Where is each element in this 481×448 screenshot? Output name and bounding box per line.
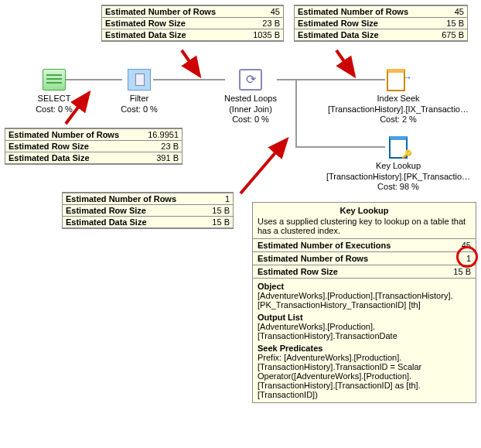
line-select-filter (66, 79, 122, 80)
operator-select[interactable]: SELECT Cost: 0 % (27, 69, 81, 115)
tooltip-key-lookup-detail: Key Lookup Uses a supplied clustering ke… (252, 202, 476, 403)
svg-line-3 (240, 139, 287, 193)
tooltip-estimates-filter: Estimated Number of Rows16.9951 Estimate… (5, 128, 183, 165)
select-icon (43, 69, 66, 91)
index-seek-icon (387, 69, 410, 91)
arrow-icon (178, 46, 209, 87)
key-lookup-icon (387, 136, 410, 158)
line-filter-loop (153, 79, 225, 80)
operator-index-seek[interactable]: Index Seek [TransactionHistory].[IX_Tran… (321, 69, 476, 125)
operator-filter[interactable]: Filter Cost: 0 % (112, 69, 166, 115)
tooltip-estimates-lookup: Estimated Number of Rows1 Estimated Row … (62, 192, 234, 229)
line-branch-lookup (295, 146, 385, 148)
operator-nested-loops[interactable]: Nested Loops (Inner Join) Cost: 0 % (212, 69, 289, 125)
svg-line-0 (182, 50, 200, 76)
highlight-circle-icon (456, 246, 478, 268)
arrow-icon (237, 132, 298, 203)
tooltip-estimates-seek: Estimated Number of Rows45 Estimated Row… (294, 5, 468, 42)
filter-icon (128, 69, 151, 91)
operator-key-lookup[interactable]: Key Lookup [TransactionHistory].[PK_Tran… (321, 136, 476, 193)
line-loop-branch-v (295, 79, 297, 148)
line-loop-seek (277, 79, 385, 80)
nested-loops-icon (239, 69, 262, 91)
tooltip-estimates-loop: Estimated Number of Rows45 Estimated Row… (101, 5, 284, 42)
